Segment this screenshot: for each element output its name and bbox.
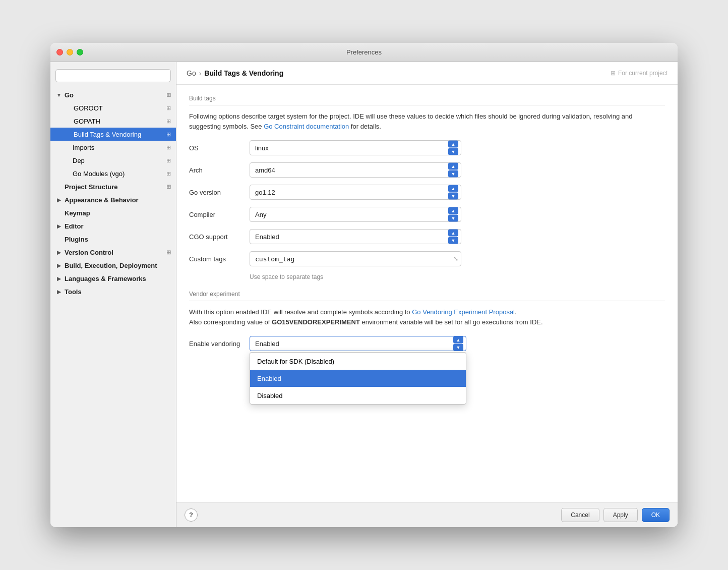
sidebar-label-tools: Tools (65, 288, 82, 296)
for-project-label: For current project (618, 70, 668, 77)
copy-icon-goroot: ⊞ (166, 105, 171, 111)
form-row-os: OS linux ▲ ▼ (189, 140, 665, 155)
copy-icon-gopath: ⊞ (166, 118, 171, 125)
expand-arrow-build: ▶ (55, 262, 63, 269)
sidebar: 🔍 ▼ Go ⊞ GOROOT ⊞ (50, 62, 176, 527)
apply-button[interactable]: Apply (603, 508, 638, 522)
label-os: OS (189, 144, 250, 152)
compiler-select[interactable]: Any (250, 207, 461, 222)
sidebar-item-dep[interactable]: Dep ⊞ (50, 154, 176, 167)
vendor-desc-text1: With this option enabled IDE will resolv… (189, 308, 412, 316)
dropdown-option-disabled[interactable]: Disabled (250, 387, 466, 404)
vendoring-down-arrow: ▼ (453, 344, 463, 351)
right-panel: Go › Build Tags & Vendoring ⊞ For curren… (176, 62, 678, 527)
sidebar-item-project-structure[interactable]: Project Structure ⊞ (50, 180, 176, 193)
expand-arrow-tools: ▶ (55, 288, 63, 295)
bottom-actions: Cancel Apply OK (561, 508, 670, 522)
sidebar-item-languages[interactable]: ▶ Languages & Frameworks (50, 272, 176, 285)
env-var-text: GO15VENDOREXPERIMENT (272, 318, 360, 326)
vendor-section: Vendor experiment With this option enabl… (189, 291, 665, 351)
copy-icon-imports: ⊞ (166, 144, 171, 151)
enable-vendoring-select-box[interactable]: Enabled ▲ ▼ (250, 336, 466, 351)
maximize-button[interactable] (77, 49, 83, 55)
sidebar-item-tools[interactable]: ▶ Tools (50, 285, 176, 298)
breadcrumb-current: Build Tags & Vendoring (204, 69, 283, 77)
expand-arrow-editor: ▶ (55, 222, 63, 230)
go-vendoring-link[interactable]: Go Vendoring Experiment Proposal (412, 308, 515, 316)
dropdown-option-default[interactable]: Default for SDK (Disabled) (250, 353, 466, 370)
bottom-bar: ? Cancel Apply OK (176, 502, 678, 527)
custom-tags-input[interactable] (250, 251, 461, 266)
sidebar-item-go-modules[interactable]: Go Modules (vgo) ⊞ (50, 167, 176, 180)
enable-vendoring-wrapper: Enabled ▲ ▼ Default for SDK (Disabled) (250, 336, 466, 351)
form-row-arch: Arch amd64 ▲ ▼ (189, 162, 665, 178)
cgo-select[interactable]: Enabled (250, 229, 461, 244)
panel-header: Go › Build Tags & Vendoring ⊞ For curren… (176, 62, 678, 85)
go-version-select[interactable]: go1.12 (250, 185, 461, 200)
label-arch: Arch (189, 166, 250, 174)
form-row-custom-tags: Custom tags ⤡ (189, 251, 665, 266)
custom-tags-hint: Use space to separate tags (250, 273, 665, 280)
sidebar-item-plugins[interactable]: Plugins (50, 233, 176, 246)
cancel-button[interactable]: Cancel (561, 508, 599, 522)
go-constraint-link[interactable]: Go Constraint documentation (264, 123, 349, 130)
sidebar-item-gopath[interactable]: GOPATH ⊞ (50, 115, 176, 128)
ok-button[interactable]: OK (642, 508, 670, 522)
vendor-desc-text3: environment variable will be set for all… (360, 318, 543, 326)
vendoring-up-arrow: ▲ (453, 336, 463, 344)
cgo-select-wrapper: Enabled ▲ ▼ (250, 229, 461, 244)
label-cgo: CGO support (189, 233, 250, 241)
sidebar-label-go-modules: Go Modules (vgo) (73, 170, 125, 178)
sidebar-item-go[interactable]: ▼ Go ⊞ (50, 88, 176, 101)
os-select[interactable]: linux (250, 140, 461, 155)
help-button[interactable]: ? (185, 508, 198, 522)
for-project: ⊞ For current project (611, 70, 668, 77)
compiler-select-wrapper: Any ▲ ▼ (250, 207, 461, 222)
form-row-cgo: CGO support Enabled ▲ ▼ (189, 229, 665, 244)
label-go-version: Go version (189, 189, 250, 196)
sidebar-item-build-exec[interactable]: ▶ Build, Execution, Deployment (50, 259, 176, 272)
label-enable-vendoring: Enable vendoring (189, 340, 250, 348)
enable-vendoring-value: Enabled (255, 340, 279, 348)
expand-arrow-lang: ▶ (55, 275, 63, 282)
breadcrumb-go: Go (187, 69, 196, 77)
sidebar-label-languages: Languages & Frameworks (65, 275, 146, 282)
window-title: Preferences (346, 48, 382, 56)
arch-select-wrapper: amd64 ▲ ▼ (250, 162, 461, 178)
sidebar-label-go: Go (65, 91, 74, 99)
search-container: 🔍 (50, 66, 176, 87)
form-row-compiler: Compiler Any ▲ ▼ (189, 207, 665, 222)
sidebar-label-project-structure: Project Structure (65, 183, 117, 191)
sidebar-item-goroot[interactable]: GOROOT ⊞ (50, 101, 176, 115)
dropdown-option-default-label: Default for SDK (Disabled) (257, 358, 334, 365)
title-bar: Preferences (50, 43, 678, 62)
copy-icon-build-tags: ⊞ (166, 131, 171, 138)
build-tags-desc-text2: for details. (349, 123, 381, 130)
sidebar-item-imports[interactable]: Imports ⊞ (50, 141, 176, 154)
expand-icon[interactable]: ⤡ (453, 255, 458, 262)
main-content: 🔍 ▼ Go ⊞ GOROOT ⊞ (50, 62, 678, 527)
arch-select[interactable]: amd64 (250, 162, 461, 178)
build-tags-title: Build tags (189, 95, 665, 105)
dropdown-option-disabled-label: Disabled (257, 392, 283, 400)
sidebar-item-appearance-behavior[interactable]: ▶ Appearance & Behavior (50, 193, 176, 206)
breadcrumb: Go › Build Tags & Vendoring (187, 69, 283, 77)
sidebar-item-editor[interactable]: ▶ Editor (50, 219, 176, 233)
close-button[interactable] (56, 49, 63, 55)
copy-icon-go: ⊞ (166, 92, 171, 98)
search-input[interactable] (55, 69, 171, 82)
search-wrapper: 🔍 (55, 69, 171, 82)
expand-arrow-appearance: ▶ (55, 196, 63, 203)
sidebar-item-keymap[interactable]: Keymap (50, 206, 176, 219)
dropdown-option-enabled[interactable]: Enabled (250, 370, 466, 387)
sidebar-item-build-tags[interactable]: Build Tags & Vendoring ⊞ (50, 128, 176, 141)
os-select-wrapper: linux ▲ ▼ (250, 140, 461, 155)
dropdown-option-enabled-label: Enabled (257, 375, 281, 382)
sidebar-item-version-control[interactable]: ▶ Version Control ⊞ (50, 246, 176, 259)
minimize-button[interactable] (67, 49, 73, 55)
go-version-select-wrapper: go1.12 ▲ ▼ (250, 185, 461, 200)
copy-icon-vc: ⊞ (166, 249, 171, 256)
sidebar-tree: ▼ Go ⊞ GOROOT ⊞ GOPATH ⊞ (50, 87, 176, 527)
panel-body: Build tags Following options describe ta… (176, 85, 678, 502)
vendor-desc: With this option enabled IDE will resolv… (189, 307, 665, 327)
